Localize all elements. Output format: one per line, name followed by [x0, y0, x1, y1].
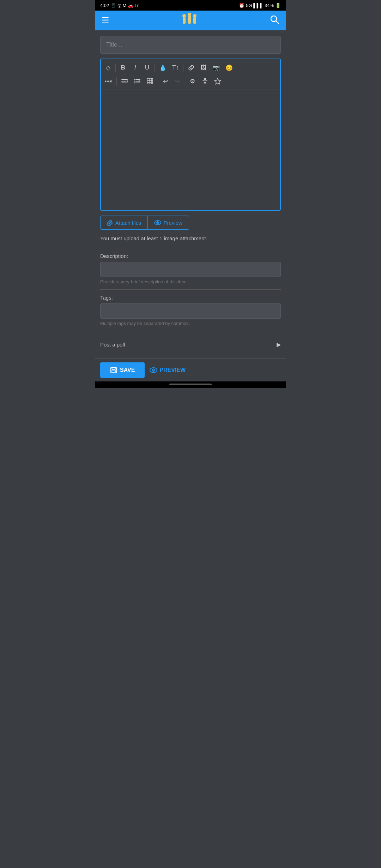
svg-marker-23: [214, 78, 220, 84]
svg-point-22: [204, 78, 206, 80]
toolbar-divider-5: [158, 77, 158, 85]
eraser-button[interactable]: ◇: [102, 62, 114, 73]
svg-rect-0: [183, 17, 186, 24]
save-button[interactable]: SAVE: [100, 362, 145, 378]
emoji-button[interactable]: 😊: [223, 62, 235, 73]
more-button[interactable]: •••▾: [102, 76, 115, 87]
svg-point-3: [182, 14, 186, 18]
network-bars: ▌▌▌: [253, 3, 263, 8]
svg-rect-29: [112, 370, 115, 373]
menu-button[interactable]: ☰: [102, 16, 109, 25]
svg-point-26: [157, 222, 158, 223]
divider-3: [100, 331, 281, 331]
notification-icons: 📱 ◎ M 🚗 Lr: [110, 3, 139, 8]
app-logo: [181, 13, 198, 28]
svg-rect-1: [188, 15, 191, 24]
toolbar-divider-4: [116, 77, 117, 85]
warning-text: You must upload at least 1 image attachm…: [100, 235, 281, 241]
alarm-icon: ⏰: [239, 3, 244, 8]
image-button[interactable]: 🖼: [198, 62, 209, 73]
settings-button[interactable]: ⚙: [187, 76, 198, 87]
action-buttons: Attach files Preview: [100, 216, 281, 230]
color-button[interactable]: 💧: [157, 62, 169, 73]
search-button[interactable]: [270, 14, 279, 27]
preview-editor-label: Preview: [163, 220, 182, 226]
toolbar-divider-6: [185, 77, 185, 85]
preview-bottom-button[interactable]: PREVIEW: [150, 367, 186, 373]
align-button[interactable]: [119, 76, 131, 87]
redo-button[interactable]: ↪: [172, 76, 183, 87]
svg-line-7: [276, 21, 279, 24]
nav-bar: [169, 384, 212, 385]
description-hint: Provide a very brief description of this…: [100, 279, 281, 284]
svg-point-16: [134, 83, 135, 84]
main-content: ◇ B I U 💧 T↕ 🖼 📷 😊: [95, 30, 286, 358]
time: 4:02: [100, 3, 109, 8]
divider-2: [100, 289, 281, 290]
camera-button[interactable]: 📷: [210, 62, 222, 73]
toolbar-divider-1: [115, 64, 116, 72]
accessibility-button[interactable]: [199, 76, 211, 87]
text-size-button[interactable]: T↕: [170, 62, 181, 73]
nav-indicator: [95, 381, 286, 388]
status-indicators: ⏰ 5G ▌▌▌ 34% 🔋: [239, 3, 281, 8]
app-bar: ☰: [95, 11, 286, 30]
toolbar-row-1: ◇ B I U 💧 T↕ 🖼 📷 😊: [102, 61, 279, 74]
list-button[interactable]: [131, 76, 143, 87]
svg-point-33: [153, 370, 154, 371]
tags-input[interactable]: [100, 303, 281, 319]
bottom-bar: SAVE PREVIEW: [95, 358, 286, 381]
save-label: SAVE: [120, 367, 135, 373]
svg-rect-28: [112, 367, 115, 369]
svg-point-14: [134, 79, 135, 80]
svg-point-5: [193, 14, 196, 18]
editor-body[interactable]: [101, 90, 280, 210]
preview-bottom-label: PREVIEW: [159, 367, 186, 373]
tags-label: Tags:: [100, 295, 281, 301]
battery-icon: 🔋: [275, 3, 281, 8]
poll-arrow-icon: ▶: [277, 341, 281, 348]
title-input[interactable]: [100, 36, 281, 54]
svg-rect-2: [193, 17, 196, 24]
link-button[interactable]: [185, 62, 197, 73]
svg-point-15: [134, 81, 135, 82]
editor-toolbar: ◇ B I U 💧 T↕ 🖼 📷 😊: [101, 59, 280, 90]
preview-editor-button[interactable]: Preview: [148, 216, 189, 230]
poll-label: Post a poll: [100, 342, 125, 348]
tags-hint: Multiple tags may be separated by commas…: [100, 321, 281, 326]
table-button[interactable]: [144, 76, 156, 87]
toolbar-divider-2: [155, 64, 155, 72]
attach-files-label: Attach files: [115, 220, 141, 226]
description-label: Description:: [100, 253, 281, 259]
undo-button[interactable]: ↩: [160, 76, 171, 87]
status-bar: 4:02 📱 ◎ M 🚗 Lr ⏰ 5G ▌▌▌ 34% 🔋: [95, 0, 286, 11]
battery: 34%: [265, 3, 274, 8]
attach-files-button[interactable]: Attach files: [100, 216, 148, 230]
divider-1: [100, 248, 281, 248]
toolbar-row-2: •••▾: [102, 75, 279, 88]
poll-row[interactable]: Post a poll ▶: [100, 336, 281, 353]
signal-icon: 5G: [246, 3, 252, 8]
description-input[interactable]: [100, 262, 281, 277]
svg-rect-17: [147, 78, 153, 84]
status-time: 4:02 📱 ◎ M 🚗 Lr: [100, 3, 139, 8]
underline-button[interactable]: U: [141, 62, 153, 73]
favorite-button[interactable]: [212, 76, 224, 87]
toolbar-divider-3: [183, 64, 183, 72]
italic-button[interactable]: I: [129, 62, 141, 73]
bold-button[interactable]: B: [117, 62, 129, 73]
editor-container: ◇ B I U 💧 T↕ 🖼 📷 😊: [100, 59, 281, 211]
